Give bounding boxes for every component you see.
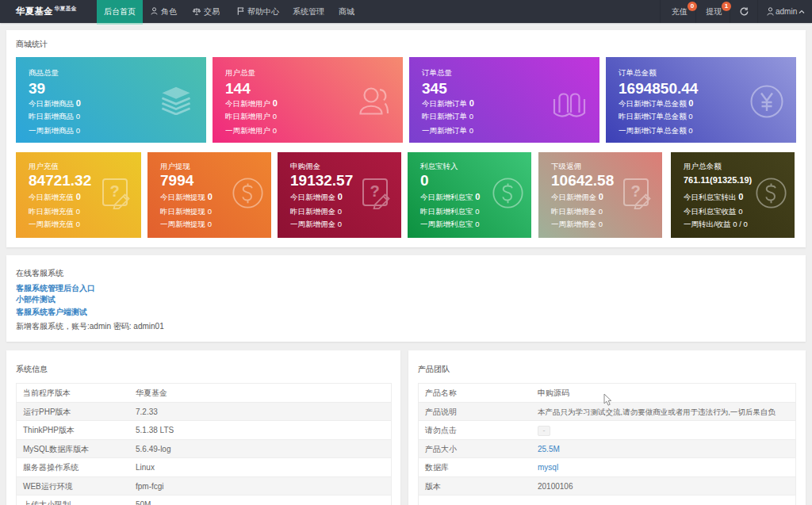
svg-text:?: ?	[109, 182, 119, 200]
svg-text:?: ?	[370, 182, 379, 200]
svg-text:?: ?	[630, 182, 640, 200]
